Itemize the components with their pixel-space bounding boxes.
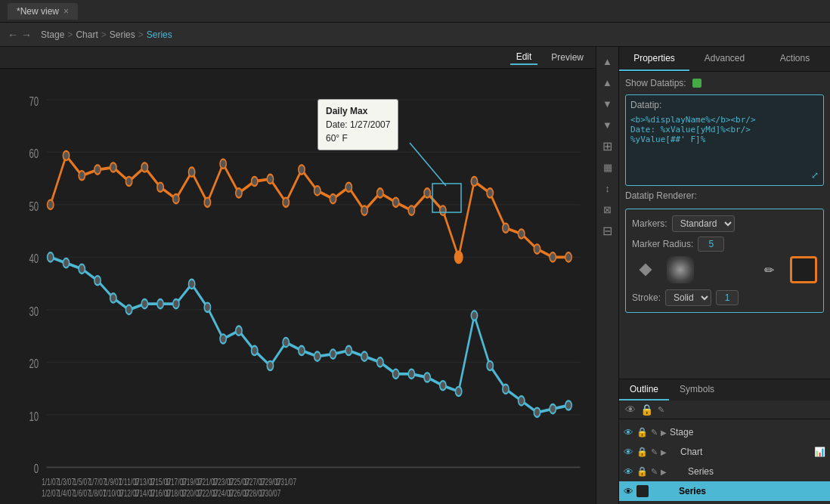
svg-point-58 (141, 299, 147, 308)
svg-point-54 (79, 264, 85, 274)
svg-point-19 (63, 151, 69, 160)
svg-text:30: 30 (29, 304, 39, 318)
edit-icon[interactable]: ✎ (651, 467, 658, 477)
marker-orange-square-icon[interactable] (790, 256, 817, 283)
svg-point-39 (377, 188, 383, 197)
breadcrumb-chart[interactable]: Chart (76, 29, 98, 40)
outline-edit-icon[interactable]: ✎ (658, 405, 664, 415)
edit-icon[interactable]: ✎ (651, 428, 658, 438)
outline-row-series2[interactable]: 👁 Series (619, 481, 830, 501)
svg-point-69 (314, 351, 321, 360)
svg-point-24 (141, 162, 147, 172)
tool-up[interactable]: ▲ (599, 53, 616, 70)
svg-point-78 (456, 387, 462, 396)
svg-point-26 (173, 194, 179, 203)
nav-arrows: ← → (8, 29, 32, 41)
arrow-icon: ▶ (661, 468, 667, 476)
preview-button[interactable]: Preview (545, 51, 590, 64)
svg-point-18 (48, 200, 54, 209)
breadcrumb-series1[interactable]: Series (110, 29, 135, 40)
svg-point-66 (267, 361, 273, 370)
svg-point-43 (440, 206, 446, 215)
svg-point-50 (550, 252, 556, 261)
svg-point-35 (314, 186, 321, 195)
datatip-box: Datatip: <b>%displayName%</b><br/> Date:… (625, 94, 824, 186)
svg-point-62 (204, 303, 210, 312)
outline-lock-icon[interactable]: 🔒 (640, 404, 653, 416)
outline-row-chart[interactable]: 👁 🔒 ✎ ▶ Chart 📊 (619, 442, 830, 462)
svg-point-29 (220, 159, 226, 169)
svg-text:1/31/07: 1/31/07 (275, 476, 296, 487)
tool-fit[interactable]: ⊞ (599, 138, 616, 154)
show-datatips-indicator[interactable] (692, 79, 701, 88)
close-tab-button[interactable]: × (63, 6, 69, 17)
expand-icon[interactable]: ⤢ (630, 170, 819, 181)
svg-point-32 (267, 175, 273, 184)
svg-point-57 (125, 305, 132, 314)
eye-icon[interactable]: 👁 (624, 447, 633, 458)
show-datatips-label: Show Datatips: (625, 78, 686, 88)
stroke-label: Stroke: (632, 292, 661, 303)
back-button[interactable]: ← (8, 29, 18, 41)
svg-text:1/7/07: 1/7/07 (88, 476, 106, 487)
svg-text:1/5/07: 1/5/07 (73, 476, 91, 487)
eye-icon[interactable]: 👁 (624, 466, 633, 478)
tool-up2[interactable]: ▲ (599, 74, 616, 91)
svg-point-53 (63, 258, 69, 267)
svg-point-55 (94, 276, 101, 285)
svg-text:70: 70 (29, 94, 39, 108)
tab-properties[interactable]: Properties (619, 47, 689, 71)
svg-point-47 (503, 224, 509, 233)
markers-select[interactable]: Standard (672, 215, 735, 232)
bottom-panel: Outline Symbols 👁 🔒 ✎ 👁 🔒 ✎ ▶ Stage (619, 379, 830, 504)
lock-icon[interactable]: 🔒 (636, 447, 648, 457)
edit-icon[interactable]: ✎ (651, 447, 658, 457)
breadcrumb-series2[interactable]: Series (147, 29, 172, 40)
svg-point-42 (424, 188, 430, 197)
svg-text:1/1/07: 1/1/07 (42, 476, 59, 487)
tool-cross[interactable]: ⊠ (599, 201, 616, 218)
marker-radius-input[interactable]: 5 (698, 237, 724, 252)
stroke-select[interactable]: Solid (665, 289, 711, 306)
outline-row-stage[interactable]: 👁 🔒 ✎ ▶ Stage (619, 422, 830, 442)
eye-icon-selected[interactable]: 👁 (624, 486, 633, 497)
outline-row-series1[interactable]: 👁 🔒 ✎ ▶ Series (619, 462, 830, 481)
arrow-icon: ▶ (661, 428, 667, 437)
pencil-edit-icon[interactable]: ✏ (755, 256, 782, 283)
lock-icon[interactable]: 🔒 (636, 466, 648, 477)
svg-text:1/2/07: 1/2/07 (42, 487, 59, 496)
tool-down2[interactable]: ▼ (599, 116, 616, 133)
tab-symbols[interactable]: Symbols (669, 379, 725, 400)
tool-down[interactable]: ▼ (599, 95, 616, 112)
svg-point-36 (330, 194, 336, 203)
tool-align[interactable]: ⊟ (599, 222, 616, 239)
svg-point-68 (299, 346, 305, 355)
tool-resize[interactable]: ↕ (599, 180, 616, 196)
tab-advanced[interactable]: Advanced (689, 47, 760, 71)
datatip-textarea[interactable]: <b>%displayName%</b><br/> Date: %xValue[… (630, 115, 819, 168)
lock-icon[interactable]: 🔒 (636, 427, 648, 438)
svg-point-71 (345, 346, 352, 355)
svg-point-25 (157, 183, 163, 192)
svg-point-46 (487, 188, 493, 197)
tool-grid[interactable]: ▦ (599, 159, 616, 175)
outline-eye-icon[interactable]: 👁 (625, 404, 636, 416)
stroke-num-input[interactable]: 1 (716, 290, 739, 305)
new-view-tab[interactable]: *New view × (8, 3, 78, 20)
svg-point-49 (534, 244, 540, 253)
tab-actions[interactable]: Actions (760, 47, 830, 71)
tab-outline[interactable]: Outline (619, 379, 669, 400)
marker-radius-label: Marker Radius: (632, 239, 693, 249)
svg-point-59 (157, 299, 163, 308)
edit-button[interactable]: Edit (510, 50, 538, 65)
datatip-renderer-label: Datatip Renderer: (625, 190, 697, 201)
marker-diamond-icon[interactable] (632, 256, 659, 283)
eye-icon[interactable]: 👁 (624, 427, 633, 438)
svg-point-37 (345, 183, 352, 192)
marker-radial-icon[interactable] (667, 256, 694, 283)
breadcrumb-stage[interactable]: Stage (41, 29, 64, 40)
datatip-label: Datatip: (630, 100, 661, 110)
svg-point-74 (392, 369, 398, 379)
forward-button[interactable]: → (21, 29, 32, 41)
markers-label: Markers: (632, 218, 667, 229)
